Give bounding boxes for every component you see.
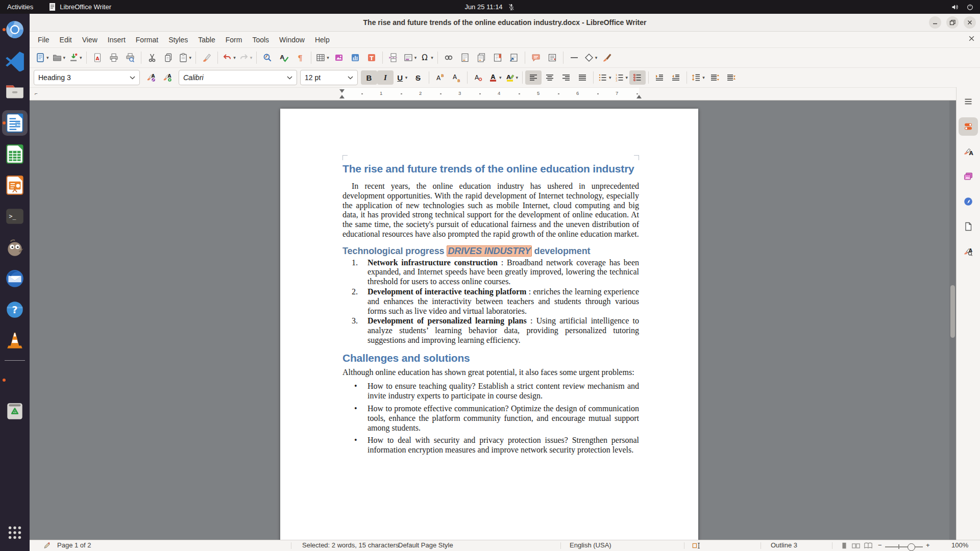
dock-item-terminal[interactable]: >_	[2, 204, 28, 229]
dock-item-gimp[interactable]	[2, 235, 28, 260]
underline-button[interactable]: U▾	[394, 70, 410, 85]
paragraph-style-combo[interactable]: Heading 3	[34, 70, 140, 85]
zoom-slider-track[interactable]	[885, 546, 923, 547]
numbered-list-button[interactable]: 123▾	[613, 70, 630, 85]
dock-item-files[interactable]	[2, 79, 28, 105]
language-status[interactable]: English (USA)	[570, 541, 611, 549]
increase-indent-button[interactable]	[651, 70, 668, 85]
first-line-indent-marker[interactable]	[339, 89, 345, 93]
dock-item-libreoffice-calc[interactable]	[2, 141, 28, 167]
subscript-button[interactable]: AB	[448, 70, 464, 85]
no-list-button[interactable]	[629, 70, 646, 85]
dropdown-arrow-icon[interactable]: ▾	[626, 75, 628, 80]
zoom-slider-knob[interactable]	[908, 543, 915, 551]
sidebar-tab-styles[interactable]: A	[959, 142, 978, 161]
dock-item-vlc[interactable]	[2, 328, 28, 354]
clock-menu[interactable]: Jun 25 11:14	[464, 3, 515, 11]
insert-mode-icon[interactable]	[692, 542, 701, 551]
draw-functions-button[interactable]	[599, 51, 615, 65]
menu-styles[interactable]: Styles	[163, 33, 193, 46]
multi-page-view-icon[interactable]	[851, 542, 861, 549]
clone-formatting-button[interactable]	[199, 51, 215, 65]
dock-item-software-updater[interactable]	[2, 367, 28, 393]
dropdown-arrow-icon[interactable]: ▾	[189, 55, 192, 60]
dropdown-arrow-icon[interactable]: ▾	[609, 75, 611, 80]
align-left-button[interactable]	[525, 70, 542, 85]
update-style-button[interactable]: A	[143, 70, 159, 85]
basic-shapes-button[interactable]: ▾	[582, 51, 599, 65]
dropdown-arrow-icon[interactable]: ▾	[499, 75, 502, 80]
track-changes-button[interactable]	[544, 51, 560, 65]
new-document-button[interactable]: ▾	[34, 51, 51, 65]
dropdown-arrow-icon[interactable]: ▾	[250, 55, 253, 60]
single-page-view-icon[interactable]	[840, 542, 848, 549]
zoom-level-status[interactable]: 100%	[951, 541, 968, 549]
word-count-status[interactable]: Selected: 2 words, 15 characters	[302, 541, 399, 549]
menu-insert[interactable]: Insert	[103, 33, 131, 46]
line-spacing-button[interactable]: ▾	[690, 70, 706, 85]
dock-item-thunderbird[interactable]	[2, 266, 28, 291]
zoom-out-button[interactable]: −	[878, 541, 882, 549]
menu-format[interactable]: Format	[131, 33, 163, 46]
menu-form[interactable]: Form	[220, 33, 248, 46]
bold-button[interactable]: B	[361, 70, 377, 85]
left-indent-marker[interactable]	[339, 95, 345, 98]
cross-reference-button[interactable]	[506, 51, 522, 65]
align-center-button[interactable]	[542, 70, 558, 85]
align-right-button[interactable]	[558, 70, 574, 85]
insert-textbox-button[interactable]: T	[363, 51, 380, 65]
dropdown-arrow-icon[interactable]: ▾	[80, 55, 82, 60]
menu-help[interactable]: Help	[310, 33, 335, 46]
sidebar-tab-page[interactable]	[959, 217, 978, 236]
bookmark-button[interactable]	[489, 51, 506, 65]
dock-item-libreoffice-impress[interactable]	[2, 172, 28, 198]
dropdown-arrow-icon[interactable]: ▾	[46, 55, 49, 60]
zoom-in-button[interactable]: +	[926, 541, 930, 549]
dock-item-libreoffice-writer[interactable]	[2, 110, 28, 136]
redo-button[interactable]: ▾	[237, 51, 254, 65]
dock-item-chromium[interactable]	[2, 17, 28, 42]
window-titlebar[interactable]: The rise and future trends of the online…	[30, 14, 980, 32]
dock-item-vscode[interactable]	[2, 48, 28, 73]
close-button[interactable]	[964, 16, 976, 29]
focused-app-indicator[interactable]: LibreOffice Writer	[48, 3, 111, 11]
spell-check-button[interactable]: A	[276, 51, 292, 65]
export-pdf-button[interactable]: A	[89, 51, 106, 65]
menu-window[interactable]: Window	[274, 33, 310, 46]
italic-button[interactable]: I	[377, 70, 394, 85]
vertical-scrollbar[interactable]	[949, 101, 956, 540]
dropdown-arrow-icon[interactable]: ▾	[431, 55, 433, 60]
sidebar-tab-sidebar-settings[interactable]	[959, 92, 978, 111]
minimize-button[interactable]	[929, 16, 941, 29]
highlight-color-button[interactable]: A▾	[503, 70, 520, 85]
print-preview-button[interactable]	[122, 51, 138, 65]
dropdown-arrow-icon[interactable]: ▾	[63, 55, 66, 60]
zoom-slider[interactable]: − +	[878, 541, 934, 551]
sidebar-tab-properties[interactable]	[959, 117, 978, 136]
paste-button[interactable]: ▾	[177, 51, 193, 65]
font-size-combo[interactable]: 12 pt	[300, 70, 358, 85]
restore-button[interactable]	[946, 16, 959, 29]
sidebar-tab-gallery[interactable]	[959, 167, 978, 186]
font-color-button[interactable]: A▾	[486, 70, 503, 85]
page-break-button[interactable]	[385, 51, 402, 65]
page-style-status[interactable]: Default Page Style	[398, 541, 453, 549]
right-indent-marker[interactable]	[636, 95, 642, 98]
insert-table-button[interactable]: ▾	[314, 51, 331, 65]
print-button[interactable]	[106, 51, 122, 65]
comment-button[interactable]	[528, 51, 544, 65]
dropdown-arrow-icon[interactable]: ▾	[233, 55, 236, 60]
sidebar-tab-navigator[interactable]	[959, 192, 978, 211]
font-name-combo[interactable]: Calibri	[179, 70, 297, 85]
menu-tools[interactable]: Tools	[247, 33, 274, 46]
menu-view[interactable]: View	[77, 33, 103, 46]
strikethrough-button[interactable]: S	[410, 70, 426, 85]
dropdown-arrow-icon[interactable]: ▾	[516, 75, 519, 80]
book-view-icon[interactable]	[864, 542, 873, 549]
find-replace-button[interactable]	[259, 51, 276, 65]
scrollbar-thumb[interactable]	[950, 285, 955, 338]
view-layout-buttons[interactable]	[840, 542, 873, 551]
dropdown-arrow-icon[interactable]: ▾	[327, 55, 329, 60]
edit-mode-icon[interactable]	[43, 542, 51, 551]
justify-button[interactable]	[574, 70, 591, 85]
